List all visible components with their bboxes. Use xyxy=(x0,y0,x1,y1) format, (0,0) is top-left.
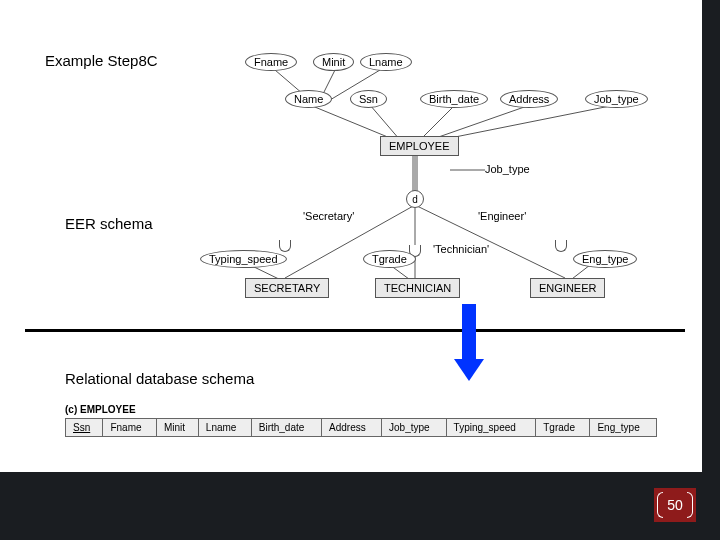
entity-technician: TECHNICIAN xyxy=(375,278,460,298)
disc-technician: 'Technician' xyxy=(433,243,489,255)
disjoint-circle: d xyxy=(406,190,424,208)
attr-ssn: Ssn xyxy=(350,90,387,108)
svg-line-4 xyxy=(370,105,400,140)
attr-tgrade: Tgrade xyxy=(363,250,416,268)
attr-fname: Fname xyxy=(245,53,297,71)
subset-cup-1 xyxy=(279,240,291,252)
attr-name: Name xyxy=(285,90,332,108)
attr-minit: Minit xyxy=(313,53,354,71)
relational-table: (c) EMPLOYEE Ssn Fname Minit Lname Birth… xyxy=(65,404,657,437)
disc-secretary: 'Secretary' xyxy=(303,210,354,222)
col-address: Address xyxy=(322,419,382,437)
entity-secretary: SECRETARY xyxy=(245,278,329,298)
sidebar-stripe xyxy=(702,0,720,540)
table-caption: (c) EMPLOYEE xyxy=(65,404,657,415)
col-fname: Fname xyxy=(103,419,157,437)
col-typingspeed: Typing_speed xyxy=(446,419,536,437)
option-label: (c) xyxy=(65,404,77,415)
table-name: EMPLOYEE xyxy=(80,404,136,415)
col-engtype: Eng_type xyxy=(590,419,657,437)
svg-line-6 xyxy=(430,105,530,140)
slide-title: Example Step8C xyxy=(45,52,158,69)
footer-bar: 50 xyxy=(0,472,720,540)
eer-label: EER schema xyxy=(65,215,153,232)
entity-employee: EMPLOYEE xyxy=(380,136,459,156)
attr-engtype: Eng_type xyxy=(573,250,637,268)
svg-line-3 xyxy=(310,105,395,140)
relational-label: Relational database schema xyxy=(65,370,254,387)
attr-jobtype: Job_type xyxy=(585,90,648,108)
link-jobtype: Job_type xyxy=(485,163,530,175)
col-ssn: Ssn xyxy=(66,419,103,437)
attr-lname: Lname xyxy=(360,53,412,71)
col-minit: Minit xyxy=(156,419,198,437)
divider-line xyxy=(25,329,685,332)
attr-birthdate: Birth_date xyxy=(420,90,488,108)
attr-address: Address xyxy=(500,90,558,108)
page-number: 50 xyxy=(667,497,683,513)
col-tgrade: Tgrade xyxy=(536,419,590,437)
disc-engineer: 'Engineer' xyxy=(478,210,526,222)
entity-engineer: ENGINEER xyxy=(530,278,605,298)
svg-line-5 xyxy=(420,105,455,140)
svg-line-7 xyxy=(440,105,615,140)
attr-typingspeed: Typing_speed xyxy=(200,250,287,268)
col-lname: Lname xyxy=(198,419,251,437)
col-birthdate: Birth_date xyxy=(251,419,321,437)
subset-cup-3 xyxy=(555,240,567,252)
down-arrow-icon xyxy=(454,304,484,384)
page-number-badge: 50 xyxy=(654,488,696,522)
col-jobtype: Job_type xyxy=(382,419,447,437)
eer-diagram: Fname Minit Lname Name Ssn Birth_date Ad… xyxy=(195,50,665,305)
